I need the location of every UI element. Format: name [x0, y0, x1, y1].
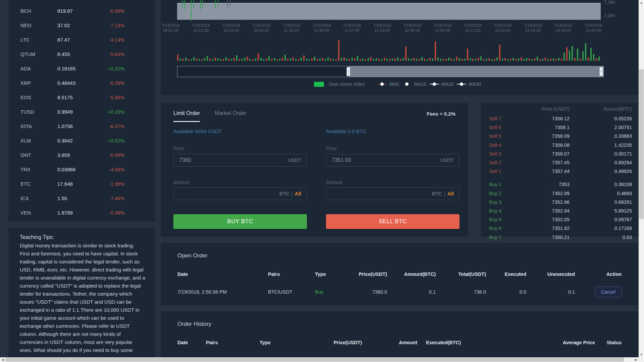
coin-row[interactable]: ONT 3.659 -6.99%	[8, 148, 155, 162]
volume-bar	[386, 59, 388, 61]
buy-btc-button[interactable]: BUY BTC	[173, 214, 307, 229]
dow-jones-legend-swatch[interactable]	[314, 82, 324, 87]
buy-order-row[interactable]: Buy 2 7352.99 0.4893	[489, 189, 632, 198]
buy-amount: 0.39108	[570, 182, 632, 187]
volume-bar	[427, 59, 428, 61]
scroll-down-icon[interactable]: ▼	[639, 352, 644, 357]
price-chart-panel: 7,280 7,260 7/19/2018 09:51:00 7/19/2018…	[160, 0, 639, 96]
coin-row[interactable]: VEN 1.8789 -5.39%	[8, 205, 155, 220]
scroll-right-icon[interactable]: ▶	[633, 357, 639, 362]
coin-change: -4.14%	[94, 37, 124, 43]
volume-bar	[212, 59, 213, 61]
chart-data-zoom-band[interactable]	[177, 3, 601, 20]
buy-all-button[interactable]: All	[295, 191, 301, 196]
buy-price-input[interactable]	[174, 154, 307, 166]
volume-bar	[217, 58, 219, 61]
buy-level-label: Buy 2	[489, 191, 510, 196]
coin-row[interactable]: EOS 8.5175 -5.66%	[8, 90, 155, 105]
coin-row[interactable]: ICX 1.55 -7.46%	[8, 191, 155, 205]
volume-bar	[333, 59, 334, 61]
buy-order-row[interactable]: Buy 3 7352.96 0.68291	[489, 198, 632, 206]
y-axis-tick: 7,280	[604, 0, 615, 5]
sell-order-row[interactable]: Sell 2 7357.45 0.89294	[489, 158, 632, 167]
x-axis-tick-time: 14:24:00	[548, 28, 578, 33]
order-book-price-header: Price (USDT)	[489, 106, 570, 114]
volume-bar	[572, 46, 573, 61]
x-axis-tick: 7/19/2018 13:00:00	[427, 23, 458, 33]
col-type: Type	[315, 272, 345, 277]
scroll-left-icon[interactable]: ◀	[0, 357, 5, 362]
order-book-amount-header: Amount(BTC)	[570, 106, 632, 114]
tab-limit-order[interactable]: Limit Order	[173, 110, 200, 122]
ma-legend-item[interactable]: MA10	[402, 81, 426, 87]
volume-bar	[400, 59, 401, 61]
coin-row[interactable]: LTC 87.47 -4.14%	[8, 33, 155, 47]
coin-row[interactable]: ETC 17.648 -1.96%	[8, 177, 155, 191]
volume-bar	[223, 59, 224, 61]
slider-handle-left[interactable]	[346, 67, 350, 76]
coin-price: 8.455	[57, 51, 94, 57]
volume-bar	[437, 58, 439, 61]
volume-bar	[317, 59, 318, 61]
ma-legend-item[interactable]: MA20	[430, 81, 454, 87]
coin-row[interactable]: IOTA 1.0756 -6.57%	[8, 119, 155, 133]
x-axis-tick-date: 7/19/2018	[427, 23, 458, 28]
ma-marker-icon	[430, 82, 439, 86]
x-axis-tick: 7/19/2018 14:24:00	[548, 23, 578, 33]
sell-order-row[interactable]: Sell 6 7358.1 2.00751	[489, 123, 632, 132]
x-axis-tick-time: 12:39:00	[397, 28, 427, 33]
coin-row[interactable]: BCH 819.87 -6.06%	[8, 4, 155, 18]
coin-change: -5.39%	[94, 210, 124, 216]
coin-row[interactable]: TRX 0.03866 -4.68%	[8, 162, 155, 177]
sell-order-row[interactable]: Sell 1 7357.44 0.48926	[489, 167, 632, 176]
buy-price: 7352.96	[510, 199, 570, 205]
buy-order-row[interactable]: Buy 7 7350.21 0.03	[489, 233, 632, 241]
coin-row[interactable]: TUSD 0.9949 +0.29%	[8, 105, 155, 119]
coin-row[interactable]: ADA 0.18165 +0.32%	[8, 61, 155, 76]
order-history-panel: Order History Date Pairs Type Price(USDT…	[160, 311, 639, 362]
coin-row[interactable]: QTUM 8.455 -5.83%	[8, 47, 155, 61]
volume-bar	[209, 59, 211, 61]
candle-wick	[191, 0, 192, 21]
dow-jones-legend-label[interactable]: Dow-Jones index	[329, 81, 365, 87]
volume-bar	[177, 55, 178, 61]
horizontal-scrollbar[interactable]: ◀ ▶	[0, 357, 639, 362]
buy-order-row[interactable]: Buy 4 7352.94 5.89125	[489, 206, 632, 215]
tab-market-order[interactable]: Market Order	[215, 110, 246, 122]
volume-bar	[392, 59, 393, 61]
vertical-scrollbar-thumb[interactable]	[639, 69, 644, 219]
coin-row[interactable]: XLM 0.3042 +9.52%	[8, 133, 155, 148]
sell-order-row[interactable]: Sell 5 7358.09 0.33883	[489, 132, 632, 140]
buy-order-row[interactable]: Buy 1 7353 0.39108	[489, 180, 632, 189]
buy-order-row[interactable]: Buy 5 7352.05 0.09787	[489, 215, 632, 224]
ma-legend-item[interactable]: MA30	[457, 81, 481, 87]
volume-bar	[199, 59, 200, 61]
sell-order-row[interactable]: Sell 3 7358.07 0.00171	[489, 149, 632, 158]
volume-bar	[247, 57, 248, 61]
cancel-order-button[interactable]: Cancel	[595, 287, 622, 297]
sell-order-row[interactable]: Sell 7 7358.12 0.05235	[489, 114, 632, 123]
coin-row[interactable]: NEO 37.02 -7.13%	[8, 18, 155, 33]
horizontal-scrollbar-thumb[interactable]	[5, 358, 624, 362]
volume-bar	[290, 58, 291, 61]
sell-btc-button[interactable]: SELL BTC	[326, 214, 460, 229]
sell-price-input[interactable]	[326, 154, 459, 166]
vertical-scrollbar[interactable]: ▲ ▼	[639, 0, 644, 357]
volume-bar	[529, 59, 530, 61]
sell-all-button[interactable]: All	[447, 191, 454, 196]
scroll-up-icon[interactable]: ▲	[639, 0, 644, 5]
slider-handle-right[interactable]	[599, 67, 603, 76]
buy-amount-unit: BTC|All	[279, 191, 301, 196]
sell-order-row[interactable]: Sell 4 7358.08 1.42235	[489, 141, 632, 149]
ma-legend-item[interactable]: MA5	[377, 81, 399, 87]
buy-order-row[interactable]: Buy 6 7351.92 0.17169	[489, 224, 632, 233]
buy-amount: 0.17169	[570, 226, 632, 231]
chart-range-slider[interactable]	[177, 66, 604, 77]
chart-range-selected[interactable]	[348, 66, 603, 77]
coin-row[interactable]: XRP 0.48443 -6.39%	[8, 76, 155, 90]
ma-legend-label: MA5	[389, 81, 399, 87]
coin-symbol: ONT	[20, 152, 57, 158]
col-action: Action	[575, 272, 622, 277]
open-order-title: Open Order	[177, 252, 208, 259]
sell-amount-field-wrap: BTC|All	[326, 187, 460, 200]
